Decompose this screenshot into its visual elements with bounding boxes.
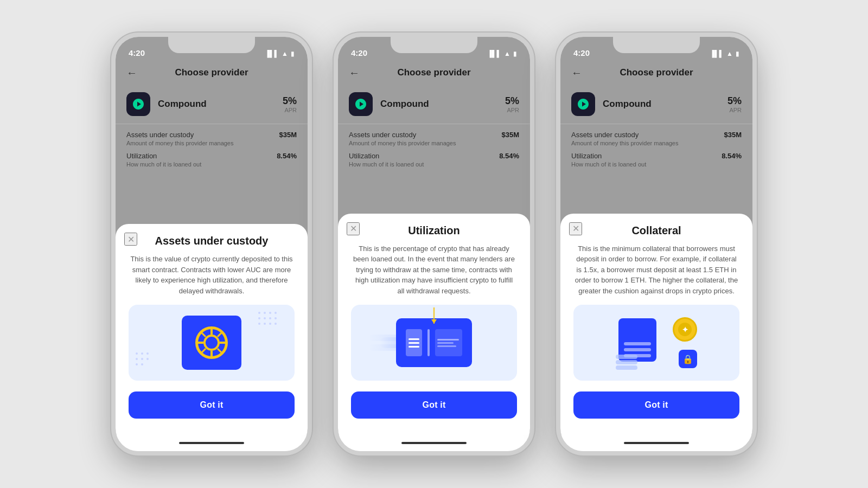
modal-overlay-1: ✕ Assets under custody This is the value… bbox=[116, 61, 308, 435]
modal-title-3: Collateral bbox=[573, 224, 739, 237]
home-indicator-3 bbox=[560, 435, 752, 451]
modal-title-2: Utilization bbox=[351, 224, 517, 237]
svg-point-18 bbox=[136, 363, 138, 365]
svg-point-9 bbox=[264, 323, 266, 325]
phone-notch-1 bbox=[168, 37, 255, 53]
home-indicator-2 bbox=[338, 435, 530, 451]
phone-content-2: ← Choose provider Compound 5% APR bbox=[338, 61, 530, 435]
home-indicator-1 bbox=[116, 435, 308, 451]
got-it-button-3[interactable]: Got it bbox=[573, 391, 739, 419]
svg-line-26 bbox=[218, 333, 221, 337]
svg-point-17 bbox=[146, 358, 149, 360]
modal-close-2[interactable]: ✕ bbox=[347, 222, 360, 235]
svg-line-25 bbox=[218, 349, 221, 352]
modal-overlay-2: ✕ Utilization This is the percentage of … bbox=[338, 61, 530, 435]
wifi-icon-2: ▲ bbox=[504, 50, 510, 57]
home-bar-3 bbox=[624, 442, 689, 444]
phone-1: 4:20 ▐▌▌ ▲ ▮ ← Choose provider Compound bbox=[111, 33, 312, 455]
home-bar-1 bbox=[179, 442, 244, 444]
svg-point-14 bbox=[146, 352, 149, 355]
svg-point-2 bbox=[269, 312, 271, 314]
modal-desc-3: This is the minimum collateral that borr… bbox=[573, 243, 739, 297]
status-time-2: 4:20 bbox=[351, 48, 367, 57]
phone-notch-2 bbox=[391, 37, 477, 53]
status-icons-1: ▐▌▌ ▲ ▮ bbox=[265, 50, 295, 57]
modal-sheet-3: ✕ Collateral This is the minimum collate… bbox=[560, 214, 752, 435]
status-time-3: 4:20 bbox=[573, 48, 590, 57]
svg-line-24 bbox=[202, 333, 206, 337]
svg-point-4 bbox=[258, 317, 260, 319]
home-bar-2 bbox=[401, 442, 467, 444]
phone-2: 4:20 ▐▌▌ ▲ ▮ ← Choose provider Compound bbox=[334, 33, 534, 455]
battery-icon-3: ▮ bbox=[736, 50, 739, 57]
svg-point-7 bbox=[275, 317, 277, 319]
phone-content-1: ← Choose provider Compound 5% APR bbox=[116, 61, 308, 435]
svg-point-13 bbox=[141, 352, 143, 355]
svg-point-11 bbox=[275, 323, 277, 325]
svg-point-12 bbox=[136, 352, 138, 355]
svg-point-3 bbox=[275, 312, 277, 314]
status-icons-3: ▐▌▌ ▲ ▮ bbox=[710, 50, 739, 57]
phone-notch-3 bbox=[613, 37, 700, 53]
svg-point-10 bbox=[269, 323, 271, 325]
modal-illustration-1 bbox=[129, 305, 295, 381]
svg-point-19 bbox=[141, 363, 143, 365]
battery-icon-2: ▮ bbox=[513, 50, 517, 57]
phone-3: 4:20 ▐▌▌ ▲ ▮ ← Choose provider Compound bbox=[556, 33, 757, 455]
signal-icon: ▐▌▌ bbox=[265, 50, 279, 57]
util-card bbox=[396, 318, 472, 367]
svg-point-5 bbox=[264, 317, 266, 319]
vault-icon bbox=[182, 316, 241, 370]
svg-point-8 bbox=[258, 323, 260, 325]
modal-illustration-2 bbox=[351, 305, 517, 381]
modal-desc-1: This is the value of crypto currently de… bbox=[129, 254, 295, 296]
status-time-1: 4:20 bbox=[129, 48, 145, 57]
wifi-icon-3: ▲ bbox=[726, 50, 733, 57]
status-icons-2: ▐▌▌ ▲ ▮ bbox=[488, 50, 517, 57]
svg-point-0 bbox=[258, 312, 260, 314]
phones-container: 4:20 ▐▌▌ ▲ ▮ ← Choose provider Compound bbox=[111, 33, 757, 455]
signal-icon-2: ▐▌▌ bbox=[488, 50, 502, 57]
phone-content-3: ← Choose provider Compound 5% APR bbox=[560, 61, 752, 435]
svg-point-1 bbox=[264, 312, 266, 314]
battery-icon: ▮ bbox=[291, 50, 295, 57]
svg-line-27 bbox=[202, 349, 206, 352]
got-it-button-1[interactable]: Got it bbox=[129, 391, 295, 419]
got-it-button-2[interactable]: Got it bbox=[351, 391, 517, 419]
modal-sheet-1: ✕ Assets under custody This is the value… bbox=[116, 224, 308, 435]
modal-close-3[interactable]: ✕ bbox=[569, 222, 582, 235]
modal-illustration-3: ✦ 🔒 bbox=[573, 305, 739, 381]
svg-point-16 bbox=[141, 358, 143, 360]
wifi-icon: ▲ bbox=[282, 50, 288, 57]
svg-point-6 bbox=[269, 317, 271, 319]
svg-point-15 bbox=[136, 358, 138, 360]
modal-close-1[interactable]: ✕ bbox=[124, 233, 137, 246]
modal-sheet-2: ✕ Utilization This is the percentage of … bbox=[338, 214, 530, 435]
modal-desc-2: This is the percentage of crypto that ha… bbox=[351, 243, 517, 297]
signal-icon-3: ▐▌▌ bbox=[710, 50, 724, 57]
modal-overlay-3: ✕ Collateral This is the minimum collate… bbox=[560, 61, 752, 435]
modal-title-1: Assets under custody bbox=[129, 235, 295, 247]
